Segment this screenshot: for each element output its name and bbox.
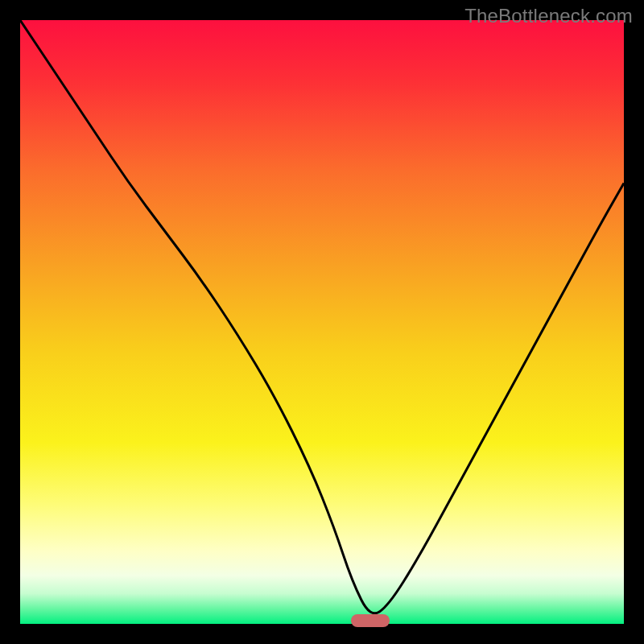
bottleneck-curve — [20, 20, 624, 613]
outer-frame: TheBottleneck.com — [0, 0, 644, 644]
gradient-background — [20, 20, 624, 624]
plot-svg — [20, 20, 624, 624]
plot-area — [20, 20, 624, 624]
watermark-text: TheBottleneck.com — [464, 5, 633, 27]
optimum-marker — [351, 614, 390, 627]
